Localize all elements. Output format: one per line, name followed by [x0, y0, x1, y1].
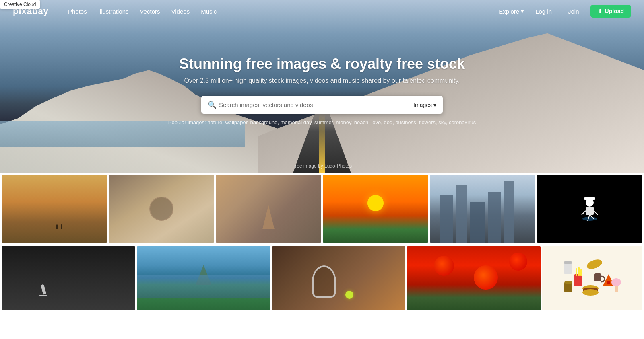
image-credit: Free image by Ludo-Photos [292, 163, 352, 169]
nav-vectors[interactable]: Vectors [135, 6, 165, 17]
hero-section: Stunning free images & royalty free stoc… [0, 0, 644, 173]
header-right: Explore Log in Join ⬆ Upload [499, 5, 631, 18]
nav-photos[interactable]: Photos [63, 6, 92, 17]
upload-button[interactable]: ⬆ Upload [590, 5, 631, 18]
list-item[interactable] [323, 175, 428, 243]
grid-col-4 [323, 175, 428, 243]
hero-content: Stunning free images & royalty free stoc… [0, 55, 644, 125]
list-item[interactable] [2, 175, 107, 243]
list-item[interactable] [272, 246, 406, 310]
main-nav: Photos Illustrations Vectors Videos Musi… [63, 6, 499, 17]
hero-title: Stunning free images & royalty free stoc… [8, 55, 636, 72]
explore-chevron-icon [521, 8, 524, 15]
search-type-dropdown[interactable]: Images [407, 102, 443, 108]
list-item[interactable] [2, 246, 135, 310]
grid-col-r2-3 [272, 246, 406, 310]
search-type-chevron-icon [433, 102, 436, 108]
nav-illustrations[interactable]: Illustrations [93, 6, 134, 17]
list-item[interactable] [137, 246, 270, 310]
image-grid-row-2 [0, 244, 644, 312]
grid-col-2 [109, 175, 214, 243]
grid-col-r2-1 [2, 246, 135, 310]
explore-button[interactable]: Explore [499, 8, 524, 15]
popular-tags: Popular images: nature, wallpaper, backg… [8, 119, 636, 125]
grid-col-3 [216, 175, 321, 243]
grid-col-r2-4 [407, 246, 541, 310]
list-item[interactable] [430, 175, 535, 243]
nav-music[interactable]: Music [196, 6, 221, 17]
image-grid-row-1 [0, 173, 644, 244]
hero-subtitle: Over 2.3 million+ high quality stock ima… [8, 77, 636, 84]
list-item[interactable] [109, 175, 214, 243]
list-item[interactable] [407, 246, 541, 310]
creative-cloud-tooltip: Creative Cloud [0, 0, 40, 9]
list-item[interactable] [542, 246, 642, 310]
search-input[interactable] [201, 96, 407, 114]
list-item[interactable] [537, 175, 642, 243]
header: pixabay Photos Illustrations Vectors Vid… [0, 0, 644, 23]
upload-icon: ⬆ [598, 8, 603, 14]
grid-col-1 [2, 175, 107, 243]
search-bar: 🔍 Images [201, 96, 443, 114]
join-button[interactable]: Join [563, 6, 584, 17]
grid-col-6 [537, 175, 642, 243]
grid-col-r2-2 [137, 246, 270, 310]
grid-col-5 [430, 175, 535, 243]
grid-col-r2-5 [542, 246, 642, 310]
login-button[interactable]: Log in [530, 6, 557, 17]
list-item[interactable] [216, 175, 321, 243]
nav-videos[interactable]: Videos [167, 6, 195, 17]
search-icon: 🔍 [208, 101, 217, 109]
